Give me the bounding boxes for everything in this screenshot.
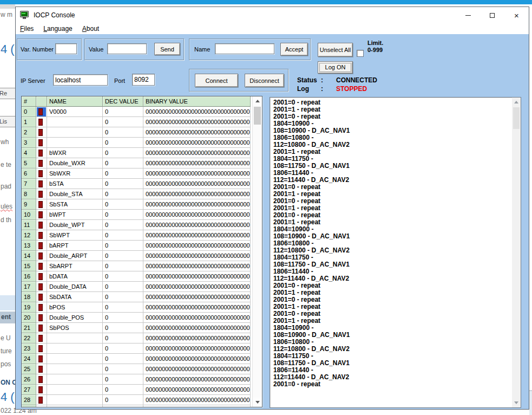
dec-value-cell[interactable]: 0 — [103, 189, 143, 199]
dec-value-cell[interactable]: 0 — [103, 323, 143, 333]
binary-value-cell[interactable]: 00000000000000000000000000000000 — [143, 189, 251, 199]
name-cell[interactable] — [47, 354, 103, 364]
dec-value-cell[interactable]: 0 — [103, 127, 143, 138]
name-cell[interactable] — [47, 127, 103, 138]
binary-value-cell[interactable]: 00000000000000000000000000000000 — [143, 313, 251, 323]
row-indicator-cell[interactable] — [36, 343, 47, 354]
log-on-button[interactable]: Log ON — [318, 61, 353, 74]
binary-value-cell[interactable]: 00000000000000000000000000000000 — [143, 333, 251, 343]
dec-value-cell[interactable]: 0 — [103, 333, 143, 343]
name-cell[interactable]: Double_DATA — [47, 282, 103, 292]
binary-value-cell[interactable]: 00000000000000000000000000000000 — [143, 158, 251, 168]
name-cell[interactable]: bSTA — [47, 179, 103, 189]
table-row[interactable]: 11Double_WPT0000000000000000000000000000… — [22, 220, 252, 230]
binary-value-cell[interactable]: 00000000000000000000000000000000 — [143, 405, 251, 407]
dec-value-cell[interactable]: 0 — [103, 271, 143, 282]
log-scroll-up-button[interactable] — [512, 98, 521, 107]
dec-value-cell[interactable]: 0 — [103, 107, 143, 117]
row-indicator-cell[interactable] — [36, 148, 47, 158]
dec-value-cell[interactable]: 0 — [103, 292, 143, 302]
name-cell[interactable]: SbWPT — [47, 230, 103, 241]
binary-value-cell[interactable]: 00000000000000000000000000000000 — [143, 385, 251, 395]
name-cell[interactable]: bPOS — [47, 302, 103, 313]
dec-value-cell[interactable]: 0 — [103, 343, 143, 354]
row-indicator-cell[interactable] — [36, 107, 47, 117]
name-cell[interactable]: bDATA — [47, 271, 103, 282]
row-indicator-cell[interactable] — [36, 230, 47, 241]
name-cell[interactable]: Double_WPT — [47, 220, 103, 230]
maximize-button[interactable] — [480, 7, 504, 23]
binary-value-cell[interactable]: 00000000000000000000000000000000 — [143, 282, 251, 292]
table-row[interactable]: 8Double_STA00000000000000000000000000000… — [22, 189, 252, 199]
binary-value-cell[interactable]: 00000000000000000000000000000000 — [143, 374, 251, 385]
binary-value-cell[interactable]: 00000000000000000000000000000000 — [143, 302, 251, 313]
row-indicator-cell[interactable] — [36, 179, 47, 189]
port-input[interactable] — [132, 74, 155, 86]
send-button[interactable]: Send — [154, 43, 180, 55]
value-input[interactable] — [107, 43, 147, 54]
table-scrollbar-thumb[interactable] — [254, 107, 261, 125]
table-row[interactable]: 16bDATA000000000000000000000000000000000 — [22, 271, 252, 282]
table-row[interactable]: 10bWPT000000000000000000000000000000000 — [22, 210, 252, 220]
name-cell[interactable]: Double_POS — [47, 313, 103, 323]
binary-value-cell[interactable]: 00000000000000000000000000000000 — [143, 168, 251, 179]
binary-value-cell[interactable]: 00000000000000000000000000000000 — [143, 199, 251, 210]
unselect-all-button[interactable]: Unselect All — [318, 43, 353, 57]
name-cell[interactable]: SbPOS — [47, 323, 103, 333]
row-indicator-cell[interactable] — [36, 313, 47, 323]
row-indicator-cell[interactable] — [36, 374, 47, 385]
dec-value-cell[interactable]: 0 — [103, 313, 143, 323]
row-indicator-cell[interactable] — [36, 261, 47, 271]
row-indicator-cell[interactable] — [36, 405, 47, 407]
row-indicator-cell[interactable] — [36, 271, 47, 282]
row-indicator-cell[interactable] — [36, 395, 47, 405]
dec-value-cell[interactable]: 0 — [103, 168, 143, 179]
table-row[interactable]: 20Double_POS0000000000000000000000000000… — [22, 313, 252, 323]
menu-about[interactable]: About — [82, 25, 99, 33]
table-row[interactable]: 18SbDATA00000000000000000000000000000000… — [22, 292, 252, 302]
binary-value-cell[interactable]: 00000000000000000000000000000000 — [143, 210, 251, 220]
log-scroll-down-button[interactable] — [512, 398, 521, 407]
dec-value-cell[interactable]: 0 — [103, 405, 143, 407]
menu-files[interactable]: Files — [20, 25, 34, 33]
name-cell[interactable] — [47, 333, 103, 343]
minimize-button[interactable] — [456, 7, 480, 23]
binary-value-cell[interactable]: 00000000000000000000000000000000 — [143, 107, 251, 117]
row-indicator-cell[interactable] — [36, 241, 47, 251]
dec-value-cell[interactable]: 0 — [103, 148, 143, 158]
name-cell[interactable] — [47, 343, 103, 354]
name-cell[interactable] — [47, 117, 103, 127]
row-indicator-cell[interactable] — [36, 189, 47, 199]
name-cell[interactable]: V0000 — [47, 107, 103, 117]
row-indicator-cell[interactable] — [36, 168, 47, 179]
name-cell[interactable]: bARPT — [47, 241, 103, 251]
title-bar[interactable]: IOCP Console × — [16, 7, 529, 23]
row-indicator-cell[interactable] — [36, 333, 47, 343]
name-cell[interactable] — [47, 364, 103, 374]
table-row[interactable]: 12SbWPT000000000000000000000000000000000 — [22, 230, 252, 241]
table-row[interactable]: 6SbWXR000000000000000000000000000000000 — [22, 168, 252, 179]
dec-value-cell[interactable]: 0 — [103, 230, 143, 241]
row-indicator-cell[interactable] — [36, 292, 47, 302]
table-row[interactable]: 19bPOS000000000000000000000000000000000 — [22, 302, 252, 313]
log-text[interactable]: 2001=0 - repeat 2001=1 - repeat 2001=0 -… — [270, 98, 512, 407]
row-indicator-cell[interactable] — [36, 302, 47, 313]
dec-value-cell[interactable]: 0 — [103, 210, 143, 220]
close-button[interactable]: × — [504, 7, 529, 23]
dec-value-cell[interactable]: 0 — [103, 241, 143, 251]
ip-server-input[interactable] — [53, 74, 108, 86]
binary-value-cell[interactable]: 00000000000000000000000000000000 — [143, 117, 251, 127]
table-row[interactable]: 0V0000000000000000000000000000000000000 — [22, 107, 252, 117]
dec-value-cell[interactable]: 0 — [103, 395, 143, 405]
table-row[interactable]: 22000000000000000000000000000000000 — [22, 333, 252, 343]
dec-value-cell[interactable]: 0 — [103, 354, 143, 364]
table-row[interactable]: 26000000000000000000000000000000000 — [22, 374, 252, 385]
dec-value-cell[interactable]: 0 — [103, 374, 143, 385]
name-cell[interactable] — [47, 385, 103, 395]
table-row[interactable]: 2000000000000000000000000000000000 — [22, 127, 252, 138]
name-cell[interactable]: SbARPT — [47, 261, 103, 271]
row-indicator-cell[interactable] — [36, 364, 47, 374]
name-cell[interactable]: Double_WXR — [47, 158, 103, 168]
name-cell[interactable]: Double_ARPT — [47, 251, 103, 261]
binary-value-cell[interactable]: 00000000000000000000000000000000 — [143, 127, 251, 138]
